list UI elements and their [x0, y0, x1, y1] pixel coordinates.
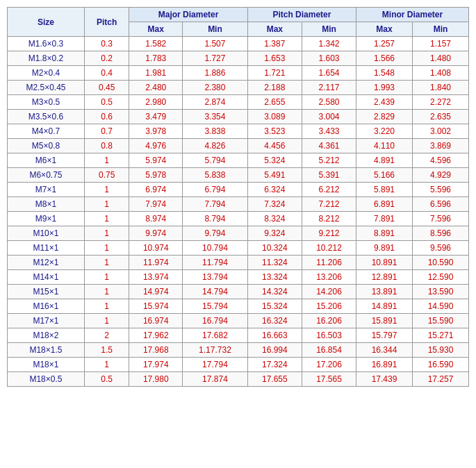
header-major-min: Min [183, 22, 248, 37]
table-row: M17×1116.97416.79416.32416.20615.89115.5… [8, 314, 469, 328]
table-row: M18×1117.97417.79417.32417.20616.89116.5… [8, 358, 469, 372]
table-row: M5×0.80.84.9764.8264.4564.3614.1103.869 [8, 139, 469, 153]
header-size: Size [8, 8, 85, 37]
table-row: M11×1110.97410.79410.32410.2129.8919.596 [8, 241, 469, 256]
header-pitch-max: Max [247, 22, 302, 37]
table-row: M4×0.70.73.9783.8383.5233.4333.2203.002 [8, 124, 469, 139]
header-major-max: Max [129, 22, 183, 37]
table-row: M1.8×0.20.21.7831.7271.6531.6031.5661.48… [8, 51, 469, 66]
table-row: M3×0.50.52.9802.8742.6552.5802.4392.272 [8, 95, 469, 110]
thread-dimensions-table: Size Pitch Major Diameter Pitch Diameter… [7, 7, 469, 387]
table-row: M10×119.9749.7949.3249.2128.8918.596 [8, 226, 469, 241]
table-row: M6×115.9745.7945.3245.2124.8914.596 [8, 153, 469, 168]
table-row: M6×0.750.755.9785.8385.4915.3915.1664.92… [8, 168, 469, 183]
header-minor-max: Max [356, 22, 413, 37]
table-row: M3.5×0.60.63.4793.3543.0893.0042.8292.63… [8, 110, 469, 124]
table-row: M16×1115.97415.79415.32415.20614.89114.5… [8, 299, 469, 314]
table-row: M2×0.40.41.9811.8861.7211.6541.5481.408 [8, 66, 469, 81]
table-row: M15×1114.97414.79414.32414.20613.89113.5… [8, 285, 469, 299]
table-row: M1.6×0.30.31.5821.5071.3871.3421.2571.15… [8, 37, 469, 51]
table-row: M18×1.51.517.9681.17.73216.99416.85416.3… [8, 343, 469, 358]
header-pitch-diameter: Pitch Diameter [247, 8, 356, 22]
header-minor-diameter: Minor Diameter [356, 8, 469, 22]
header-pitch-min: Min [302, 22, 356, 37]
table-row: M14×1113.97413.79413.32413.20612.89112.5… [8, 270, 469, 285]
table-row: M9×118.9748.7948.3248.2127.8917.596 [8, 212, 469, 226]
table-row: M12×1111.97411.79411.32411.20610.89110.5… [8, 256, 469, 270]
table-row: M2.5×0.450.452.4802.3802.1882.1171.9931.… [8, 81, 469, 95]
table-row: M18×0.50.517.98017.87417.65517.56517.439… [8, 372, 469, 387]
table-row: M8×117.9747.7947.3247.2126.8916.596 [8, 197, 469, 212]
header-pitch: Pitch [84, 8, 129, 37]
header-minor-min: Min [412, 22, 468, 37]
table-row: M18×2217.96217.68216.66316.50315.79715.2… [8, 328, 469, 343]
table-row: M7×116.9746.7946.3246.2125.8915.596 [8, 183, 469, 197]
header-major-diameter: Major Diameter [129, 8, 247, 22]
